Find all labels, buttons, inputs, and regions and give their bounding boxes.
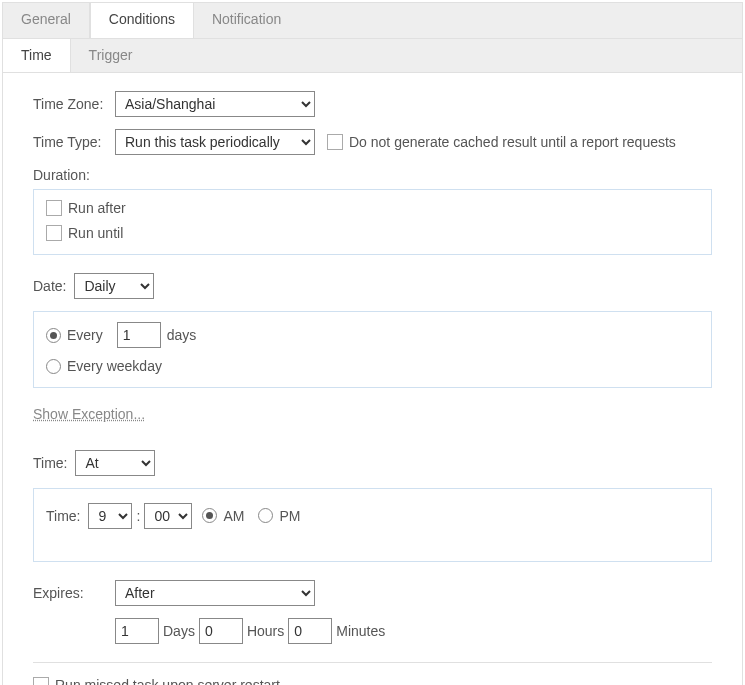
divider: [33, 662, 712, 663]
time-tab-content: Time Zone: Asia/Shanghai Time Type: Run …: [3, 73, 742, 685]
no-cache-checkbox[interactable]: Do not generate cached result until a re…: [327, 134, 676, 150]
timezone-label: Time Zone:: [33, 96, 115, 112]
timetype-label: Time Type:: [33, 134, 115, 150]
sub-tabs: Time Trigger: [3, 39, 742, 73]
every-prefix: Every: [67, 327, 103, 343]
show-exception-link[interactable]: Show Exception...: [33, 406, 145, 422]
every-n-days-radio[interactable]: Every: [46, 327, 103, 343]
hour-select[interactable]: 9: [88, 503, 132, 529]
radio-icon: [46, 359, 61, 374]
pm-label: PM: [279, 508, 300, 524]
timetype-select[interactable]: Run this task periodically: [115, 129, 315, 155]
am-label: AM: [223, 508, 244, 524]
no-cache-label: Do not generate cached result until a re…: [349, 134, 676, 150]
tab-conditions[interactable]: Conditions: [90, 3, 194, 38]
expires-label: Expires:: [33, 585, 115, 601]
expires-days-label: Days: [163, 623, 195, 639]
time-mode-select[interactable]: At: [75, 450, 155, 476]
radio-icon: [46, 328, 61, 343]
time-box: Time: 9 : 00 AM PM: [33, 488, 712, 562]
tab-notification[interactable]: Notification: [194, 3, 299, 38]
date-label: Date:: [33, 278, 66, 294]
radio-icon: [258, 508, 273, 523]
run-missed-label: Run missed task upon server restart: [55, 677, 280, 686]
checkbox-icon: [46, 225, 62, 241]
tab-general[interactable]: General: [3, 3, 90, 38]
checkbox-icon: [46, 200, 62, 216]
expires-hours-input[interactable]: [199, 618, 243, 644]
conditions-panel: General Conditions Notification Time Tri…: [2, 2, 743, 685]
every-weekday-radio[interactable]: Every weekday: [46, 358, 162, 374]
timezone-select[interactable]: Asia/Shanghai: [115, 91, 315, 117]
run-missed-checkbox[interactable]: Run missed task upon server restart: [33, 677, 280, 686]
expires-minutes-label: Minutes: [336, 623, 385, 639]
every-suffix: days: [167, 327, 197, 343]
time-inner-label: Time:: [46, 508, 80, 524]
checkbox-icon: [327, 134, 343, 150]
expires-mode-select[interactable]: After: [115, 580, 315, 606]
date-select[interactable]: Daily: [74, 273, 154, 299]
tab-time[interactable]: Time: [3, 39, 71, 72]
tab-trigger[interactable]: Trigger: [71, 39, 151, 72]
every-weekday-label: Every weekday: [67, 358, 162, 374]
checkbox-icon: [33, 677, 49, 686]
minute-select[interactable]: 00: [144, 503, 192, 529]
run-until-checkbox[interactable]: Run until: [46, 225, 123, 241]
duration-box: Run after Run until: [33, 189, 712, 255]
every-days-input[interactable]: [117, 322, 161, 348]
main-tabs: General Conditions Notification: [3, 3, 742, 39]
expires-minutes-input[interactable]: [288, 618, 332, 644]
expires-days-input[interactable]: [115, 618, 159, 644]
pm-radio[interactable]: PM: [258, 508, 300, 524]
time-colon: :: [136, 508, 140, 524]
date-box: Every days Every weekday: [33, 311, 712, 388]
radio-icon: [202, 508, 217, 523]
run-after-checkbox[interactable]: Run after: [46, 200, 126, 216]
duration-label: Duration:: [33, 167, 712, 183]
run-until-label: Run until: [68, 225, 123, 241]
time-label: Time:: [33, 455, 67, 471]
expires-hours-label: Hours: [247, 623, 284, 639]
run-after-label: Run after: [68, 200, 126, 216]
am-radio[interactable]: AM: [202, 508, 244, 524]
